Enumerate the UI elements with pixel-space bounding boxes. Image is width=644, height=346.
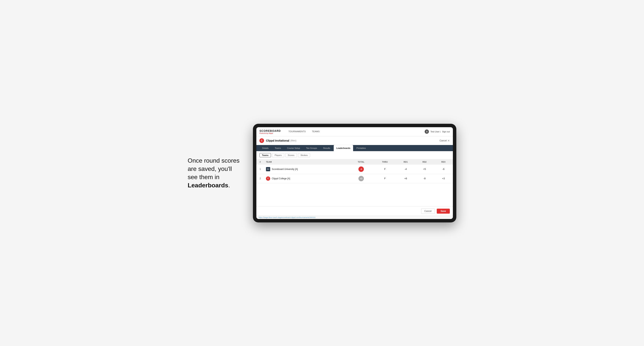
col-rd3: RD3 [434,160,453,165]
table-header-row: # TEAM TOTAL THRU RD1 RD2 RD3 [256,160,453,165]
filter-scores[interactable]: Scores [285,153,297,157]
total-cell: +3 [349,174,374,183]
col-thru: THRU [374,160,396,165]
sign-out-link[interactable]: Sign out [442,131,450,133]
nav-teams[interactable]: TEAMS [309,127,322,136]
tablet-device: SCOREBOARD Powered by clippd TOURNAMENTS… [253,124,456,222]
rank-cell: 2 [256,174,264,183]
user-name: Test User | [430,131,440,133]
tab-details[interactable]: Details [260,145,271,151]
col-team: TEAM [264,160,349,165]
total-cell: -5 [349,165,374,174]
thru-cell: F [374,174,396,183]
tab-results[interactable]: Results [320,145,333,151]
nav-tournaments[interactable]: TOURNAMENTS [285,127,309,136]
team-cell: C Clippd College [A] [264,174,349,183]
sidebar-text-plain: Once round scores are saved, you'll see … [188,157,240,180]
filter-players[interactable]: Players [272,153,284,157]
tournament-logo: C [260,138,264,143]
tablet-screen: SCOREBOARD Powered by clippd TOURNAMENTS… [256,127,453,219]
team-cell: SU Scoreboard University [A] [264,165,349,174]
page-wrapper: Once round scores are saved, you'll see … [188,124,456,222]
tab-printables[interactable]: Printables [354,145,369,151]
table-row: 2 C Clippd College [A] +3 F +8 -8 [256,174,453,183]
team-logo: C [266,176,270,181]
logo-area: SCOREBOARD Powered by clippd [260,129,281,134]
content-spacer [256,183,453,206]
col-rd1: RD1 [396,160,415,165]
rd3-cell: -6 [434,165,453,174]
cancel-header-button[interactable]: Cancel ✕ [440,139,450,142]
tournament-header: C Clippd Invitational (Men) Cancel ✕ [256,136,453,145]
rd3-cell: +3 [434,174,453,183]
sidebar-description: Once round scores are saved, you'll see … [188,157,242,190]
top-navigation: SCOREBOARD Powered by clippd TOURNAMENTS… [256,127,453,136]
nav-user-area: S Test User | Sign out [425,130,450,134]
tab-course-setup[interactable]: Course Setup [284,145,302,151]
cancel-button[interactable]: Cancel [421,208,435,214]
rd2-cell: +5 [415,165,434,174]
table-row: 1 SU Scoreboard University [A] -5 F -4 [256,165,453,174]
team-cell-inner: SU Scoreboard University [A] [266,167,347,171]
url-text: https://stage-blue-coach.stagescoreboard… [259,216,316,218]
thru-cell: F [374,165,396,174]
tournament-title: Clippd Invitational [266,139,289,142]
tournament-subtitle: (Men) [290,139,296,142]
score-badge: +3 [358,176,364,181]
cancel-x-icon: ✕ [448,139,450,142]
rd1-cell: -4 [396,165,415,174]
score-badge: -5 [358,167,364,172]
footer-bar: Cancel Save [256,206,453,216]
tab-leaderboards[interactable]: Leaderboards [334,145,353,151]
team-cell-inner: C Clippd College [A] [266,176,347,181]
url-bar: https://stage-blue-coach.stagescoreboard… [256,216,453,219]
sub-navigation: Details Teams Course Setup Tee Groups Re… [256,145,453,151]
filter-bar: Teams Players Scores Strokes [256,151,453,160]
sidebar-text-bold: Leaderboards [188,182,228,189]
rd1-cell: +8 [396,174,415,183]
filter-teams[interactable]: Teams [260,153,271,157]
rank-cell: 1 [256,165,264,174]
leaderboard-table: # TEAM TOTAL THRU RD1 RD2 RD3 1 [256,160,453,183]
team-name: Clippd College [A] [272,177,290,180]
col-rank: # [256,160,264,165]
team-logo: SU [266,167,270,171]
user-avatar: S [425,130,429,134]
tab-teams[interactable]: Teams [272,145,284,151]
col-rd2: RD2 [415,160,434,165]
filter-strokes[interactable]: Strokes [298,153,310,157]
powered-by-label: Powered by clippd [260,132,281,134]
sidebar-text-period: . [228,182,230,189]
rd2-cell: -8 [415,174,434,183]
nav-links: TOURNAMENTS TEAMS [285,127,323,136]
app-logo: SCOREBOARD [260,129,281,132]
col-total: TOTAL [349,160,374,165]
team-name: Scoreboard University [A] [272,168,298,171]
save-button[interactable]: Save [437,209,450,214]
tab-tee-groups[interactable]: Tee Groups [304,145,320,151]
